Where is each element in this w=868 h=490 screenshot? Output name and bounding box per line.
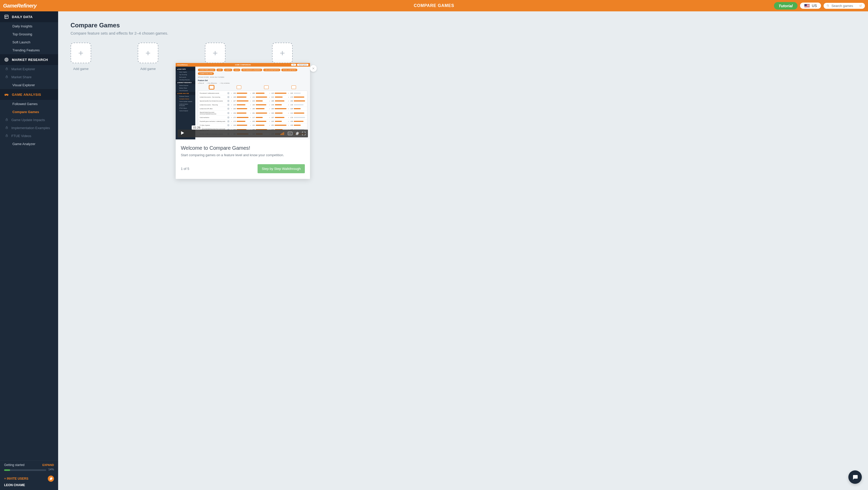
- svg-line-1: [828, 6, 829, 7]
- add-game-label: Add game: [73, 67, 88, 71]
- nav-item[interactable]: Visual Explorer: [0, 81, 58, 89]
- nav-item-label: Market Explorer: [11, 67, 35, 71]
- plus-icon: +: [280, 48, 285, 57]
- expand-link[interactable]: EXPAND: [42, 463, 54, 466]
- captions-button[interactable]: CC: [288, 132, 292, 135]
- step-counter: 1 of 5: [181, 167, 189, 171]
- plus-icon: +: [78, 48, 84, 57]
- nav-item: Market Share: [0, 73, 58, 81]
- video-settings-button[interactable]: [295, 131, 299, 135]
- gear-icon: [295, 131, 299, 135]
- add-game-button[interactable]: +: [70, 42, 91, 63]
- add-game-button[interactable]: +: [272, 42, 293, 63]
- nav-item-label: Game Analyzer: [12, 142, 35, 146]
- nav-item-label: FTUE Videos: [11, 134, 31, 138]
- nav-item[interactable]: Soft Launch: [0, 38, 58, 46]
- search-box[interactable]: [824, 3, 865, 9]
- nav-item-label: Game Update Impacts: [11, 118, 45, 122]
- nav-item-label: Followed Games: [12, 102, 38, 106]
- nav-section-daily[interactable]: DAILY DATA: [0, 11, 58, 22]
- video-controls: CC: [178, 130, 308, 137]
- target-icon: [4, 57, 9, 62]
- main-content: Compare Games Compare feature sets and e…: [58, 11, 868, 490]
- sidebar: DAILY DATADaily InsightsTop GrossingSoft…: [0, 11, 58, 490]
- region-selector[interactable]: US: [800, 3, 821, 9]
- video-mock-main: CHARACTERS & SKINSCHATEVENTSGUILDPROGRES…: [195, 67, 310, 139]
- video-duration-tooltip: 01:26: [192, 126, 202, 130]
- svg-rect-9: [6, 69, 8, 70]
- svg-rect-16: [281, 134, 281, 135]
- page-title: Compare Games: [70, 22, 856, 29]
- tutorial-button[interactable]: Tutorial: [774, 2, 798, 9]
- modal-description: Start comparing games on a feature level…: [181, 153, 305, 157]
- play-button[interactable]: [180, 130, 185, 137]
- close-icon: [312, 67, 315, 70]
- settings-button[interactable]: [48, 476, 54, 482]
- chat-fab[interactable]: [848, 470, 862, 484]
- add-game-slot: +Add game: [138, 42, 158, 71]
- gamepad-icon: [4, 92, 9, 97]
- nav-section-market[interactable]: MARKET RESEARCH: [0, 54, 58, 65]
- nav-section-label: DAILY DATA: [12, 15, 33, 19]
- lock-icon: [5, 67, 8, 70]
- video-mock-region: US: [291, 64, 296, 66]
- getting-started-label: Getting started: [4, 463, 25, 467]
- add-game-button[interactable]: +: [138, 42, 158, 63]
- modal-title: Welcome to Compare Games!: [181, 145, 305, 151]
- nav-item[interactable]: Followed Games: [0, 100, 58, 108]
- nav-item-label: Implementation Examples: [11, 126, 50, 130]
- close-button[interactable]: [310, 65, 317, 72]
- brand-logo[interactable]: GameRefinery: [3, 3, 37, 9]
- top-header: GameRefinery COMPARE GAMES Tutorial US: [0, 0, 868, 11]
- nav-item-label: Market Share: [11, 75, 32, 79]
- search-input[interactable]: [831, 4, 858, 8]
- nav-item-label: Daily Insights: [12, 24, 32, 28]
- sidebar-bottom: Getting started EXPAND 14% + INVITE USER…: [0, 460, 58, 490]
- nav-item-label: Trending Features: [12, 48, 40, 52]
- nav-item[interactable]: Trending Features: [0, 46, 58, 54]
- fullscreen-button[interactable]: [302, 131, 306, 135]
- walkthrough-button[interactable]: Step by Step Walkthrough: [257, 164, 305, 173]
- fullscreen-icon: [302, 131, 306, 135]
- play-icon: [180, 130, 185, 135]
- external-link-icon: [860, 4, 862, 7]
- volume-button[interactable]: [281, 132, 285, 135]
- nav-item[interactable]: Compare Games: [0, 108, 58, 116]
- plus-icon: +: [213, 48, 218, 57]
- volume-bars-icon: [281, 132, 285, 135]
- getting-started-panel[interactable]: Getting started EXPAND 14%: [0, 461, 58, 473]
- invite-users-link[interactable]: + INVITE USERS: [4, 477, 28, 481]
- data-icon: [4, 14, 9, 19]
- us-flag-icon: [804, 4, 810, 7]
- nav-item-label: Compare Games: [12, 110, 39, 114]
- user-name[interactable]: LEON CHAME: [0, 482, 58, 490]
- nav-section-analysis[interactable]: GAME ANALYSIS: [0, 89, 58, 100]
- progress-percent: 14%: [48, 468, 54, 471]
- nav-item: Implementation Examples: [0, 124, 58, 132]
- svg-rect-11: [6, 120, 8, 121]
- svg-rect-3: [5, 15, 8, 19]
- svg-point-8: [6, 59, 7, 60]
- svg-text:CC: CC: [289, 133, 291, 134]
- nav-item[interactable]: Top Grossing: [0, 30, 58, 38]
- video-mock-logo: GameRefinery: [177, 64, 188, 66]
- svg-rect-13: [6, 135, 8, 137]
- nav-item-label: Top Grossing: [12, 32, 32, 36]
- svg-line-2: [861, 5, 862, 6]
- nav-item[interactable]: Daily Insights: [0, 22, 58, 30]
- lock-icon: [5, 75, 8, 78]
- add-game-slot: +Add game: [70, 42, 91, 71]
- region-label: US: [812, 4, 817, 8]
- page-subtitle: Compare feature sets and effects for 2–4…: [70, 31, 856, 35]
- video-mock-sub: APPLIED FILTERS SHOW ONLY FILTERED: [198, 76, 307, 78]
- video-mock-section-title: Feature Set: [198, 79, 307, 81]
- add-game-button[interactable]: +: [205, 42, 225, 63]
- cc-icon: CC: [288, 132, 292, 135]
- svg-rect-12: [6, 128, 8, 129]
- nav-item[interactable]: Game Analyzer: [0, 140, 58, 148]
- svg-rect-18: [283, 133, 283, 135]
- page-header-title: COMPARE GAMES: [414, 3, 455, 8]
- tutorial-video[interactable]: GameRefinery GAME COMPARISON US Search g…: [176, 63, 310, 139]
- nav-item-label: Soft Launch: [12, 40, 30, 44]
- tutorial-modal: GameRefinery GAME COMPARISON US Search g…: [176, 63, 310, 179]
